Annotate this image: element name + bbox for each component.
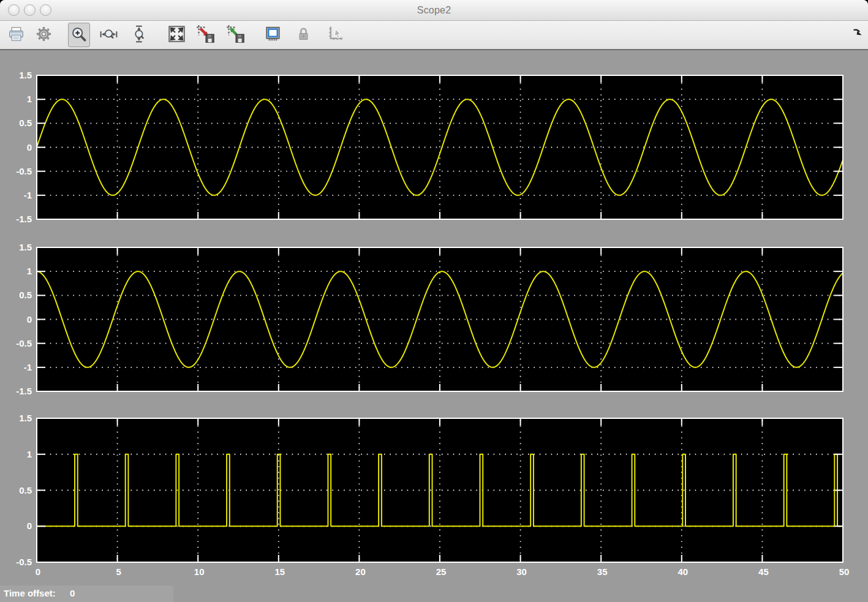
plot-1-area[interactable] (37, 75, 843, 219)
scope-plot-2: -1.5-1-0.500.511.5 (16, 242, 843, 396)
printer-icon (7, 26, 25, 44)
y-tick-label: 1.5 (19, 413, 32, 423)
y-tick-label: -1.5 (16, 386, 32, 396)
lock-axes-button (292, 23, 314, 47)
x-tick-label: 30 (516, 566, 527, 577)
scope-window: Scope2 -1.5-1-0.500.511.5-1.5-1-0.500.51… (0, 0, 868, 602)
window-title: Scope2 (0, 0, 868, 20)
y-tick-label: -0.5 (16, 166, 32, 176)
y-tick-label: -1 (24, 190, 32, 200)
x-tick-label: 35 (597, 566, 608, 577)
x-tick-label: 5 (116, 566, 121, 577)
floating-scope-icon (264, 25, 282, 45)
y-tick-label: 0.5 (19, 485, 32, 495)
close-button[interactable] (8, 4, 20, 16)
y-tick-label: 1.5 (19, 70, 32, 80)
minimize-button[interactable] (24, 4, 36, 16)
lock-icon (296, 26, 311, 44)
x-tick-label: 50 (839, 566, 850, 577)
signal-selection-icon (328, 25, 345, 45)
parameters-button[interactable] (32, 23, 55, 47)
time-offset-bar: Time offset: 0 (0, 585, 173, 602)
gear-icon (36, 26, 52, 44)
x-tick-label: 0 (36, 566, 40, 577)
y-tick-label: 0 (27, 314, 32, 325)
x-tick-label: 15 (274, 566, 285, 577)
y-tick-label: -1.5 (16, 214, 32, 224)
x-tick-label: 45 (758, 566, 769, 577)
save-axes-button[interactable] (194, 23, 217, 47)
floating-scope-button[interactable] (262, 23, 284, 47)
dock-arrow-icon (852, 30, 864, 39)
zoom-button[interactable] (68, 23, 90, 47)
dock-button[interactable] (852, 27, 864, 39)
zoom-y-button[interactable] (129, 23, 151, 47)
zoom-icon (70, 26, 88, 45)
y-tick-label: 0 (27, 142, 32, 152)
x-tick-label: 25 (436, 566, 447, 577)
y-tick-label: 1 (27, 94, 32, 104)
autoscale-icon (167, 24, 186, 45)
y-tick-label: 0 (27, 521, 32, 531)
save-axes-icon (196, 24, 215, 45)
zoom-x-icon (99, 26, 118, 44)
y-tick-label: 1 (27, 266, 32, 276)
y-tick-label: 0.5 (19, 118, 32, 128)
traffic-lights (8, 4, 51, 16)
y-tick-label: 1 (27, 449, 32, 459)
restore-axes-button[interactable] (224, 23, 247, 47)
y-tick-label: -1 (24, 362, 32, 372)
time-offset-label: Time offset: (4, 588, 56, 598)
scope-plot-1: -1.5-1-0.500.511.5 (16, 70, 843, 224)
y-tick-label: -0.5 (16, 557, 32, 567)
scope-plot-3: -0.500.511.505101520253035404550 (16, 413, 849, 577)
scope-content: -1.5-1-0.500.511.5-1.5-1-0.500.511.5-0.5… (0, 50, 868, 602)
x-tick-label: 20 (355, 566, 366, 577)
print-button[interactable] (5, 23, 27, 47)
zoom-x-button[interactable] (97, 23, 120, 47)
x-tick-label: 40 (677, 566, 688, 577)
titlebar: Scope2 (0, 0, 868, 21)
y-tick-label: -0.5 (16, 338, 32, 348)
scope-plots: -1.5-1-0.500.511.5-1.5-1-0.500.511.5-0.5… (0, 50, 868, 602)
y-tick-label: 1.5 (19, 242, 32, 252)
zoom-window-button[interactable] (40, 4, 51, 16)
signal-selection-button (325, 23, 347, 47)
zoom-y-icon (132, 25, 148, 45)
plot-3-area[interactable] (37, 418, 843, 562)
autoscale-button[interactable] (165, 23, 188, 47)
toolbar (0, 21, 868, 50)
restore-axes-icon (226, 24, 245, 45)
plot-2-area[interactable] (37, 247, 843, 391)
x-tick-label: 10 (194, 566, 205, 577)
time-offset-value: 0 (70, 588, 75, 598)
y-tick-label: 0.5 (19, 290, 32, 300)
